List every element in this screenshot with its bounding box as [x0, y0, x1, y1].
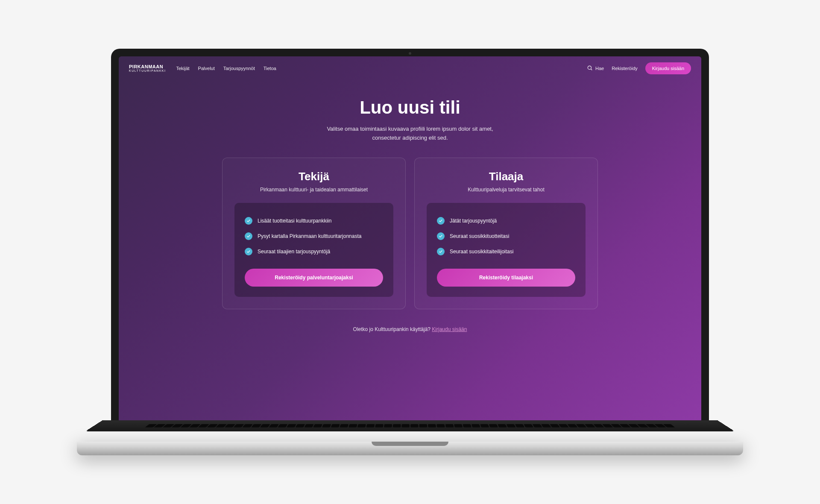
card-box-tilaaja: Jätät tarjouspyyntöjä Seuraat suosikkitu… [427, 203, 586, 297]
register-provider-button[interactable]: Rekisteröidy palveluntarjoajaksi [245, 269, 383, 287]
check-icon [437, 217, 445, 225]
card-title-tilaaja: Tilaaja [427, 170, 586, 183]
main-content: Luo uusi tili Valitse omaa toimintaasi k… [119, 80, 701, 421]
nav-item-tietoa[interactable]: Tietoa [264, 66, 276, 71]
feature-item: Lisäät tuotteitasi kulttuurpankkiin [245, 213, 383, 229]
logo[interactable]: PIRKANMAAN KULTTUURIPANKKI [129, 64, 166, 73]
search-label: Hae [595, 66, 604, 71]
feature-item: Seuraat tilaajien tarjouspyyntöjä [245, 244, 383, 259]
card-box-tekija: Lisäät tuotteitasi kulttuurpankkiin Pysy… [234, 203, 393, 297]
app-header: PIRKANMAAN KULTTUURIPANKKI Tekijät Palve… [119, 56, 701, 80]
register-link[interactable]: Rekisteröidy [612, 66, 638, 71]
card-tekija: Tekijä Pirkanmaan kulttuuri- ja taideala… [222, 158, 406, 309]
svg-point-0 [588, 66, 591, 69]
feature-list-tekija: Lisäät tuotteitasi kulttuurpankkiin Pysy… [245, 213, 383, 259]
feature-text: Jätät tarjouspyyntöjä [450, 218, 497, 224]
search-icon [587, 65, 593, 72]
feature-item: Seuraat suosikkitaiteilijoitasi [437, 244, 575, 259]
footer-login-link[interactable]: Kirjaudu sisään [432, 326, 467, 332]
svg-line-1 [591, 69, 592, 70]
feature-item: Jätät tarjouspyyntöjä [437, 213, 575, 229]
feature-list-tilaaja: Jätät tarjouspyyntöjä Seuraat suosikkitu… [437, 213, 575, 259]
app-container: PIRKANMAAN KULTTUURIPANKKI Tekijät Palve… [119, 56, 701, 421]
logo-main: PIRKANMAAN [129, 64, 166, 69]
check-icon [245, 232, 252, 240]
laptop-screen-bezel: PIRKANMAAN KULTTUURIPANKKI Tekijät Palve… [111, 49, 709, 421]
check-icon [437, 232, 445, 240]
main-nav: Tekijät Palvelut Tarjouspyynnöt Tietoa [176, 66, 276, 71]
screen-content: PIRKANMAAN KULTTUURIPANKKI Tekijät Palve… [119, 56, 701, 421]
page-subtitle: Valitse omaa toimintaasi kuvaava profiil… [316, 125, 504, 143]
feature-text: Lisäät tuotteitasi kulttuurpankkiin [258, 218, 331, 224]
check-icon [245, 217, 252, 225]
feature-text: Seuraat tilaajien tarjouspyyntöjä [258, 249, 330, 255]
check-icon [437, 248, 445, 255]
feature-text: Pysyt kartalla Pirkanmaan kulttuuritarjo… [258, 233, 361, 239]
feature-item: Seuraat suosikkituotteitasi [437, 229, 575, 244]
card-tilaaja: Tilaaja Kulttuuripalveluja tarvitsevat t… [414, 158, 598, 309]
feature-item: Pysyt kartalla Pirkanmaan kulttuuritarjo… [245, 229, 383, 244]
login-button[interactable]: Kirjaudu sisään [645, 62, 691, 74]
cards-container: Tekijä Pirkanmaan kulttuuri- ja taideala… [222, 158, 598, 309]
nav-item-tarjouspyynnot[interactable]: Tarjouspyynnöt [223, 66, 255, 71]
register-customer-button[interactable]: Rekisteröidy tilaajaksi [437, 269, 575, 287]
header-right: Hae Rekisteröidy Kirjaudu sisään [587, 62, 691, 74]
card-subtitle-tilaaja: Kulttuuripalveluja tarvitsevat tahot [427, 187, 586, 193]
card-subtitle-tekija: Pirkanmaan kulttuuri- ja taidealan ammat… [234, 187, 393, 193]
feature-text: Seuraat suosikkituotteitasi [450, 233, 509, 239]
header-left: PIRKANMAAN KULTTUURIPANKKI Tekijät Palve… [129, 64, 276, 73]
logo-sub: KULTTUURIPANKKI [129, 69, 166, 73]
footer-text-label: Oletko jo Kulttuuripankin käyttäjä? [353, 326, 432, 332]
nav-item-palvelut[interactable]: Palvelut [198, 66, 215, 71]
page-title: Luo uusi tili [360, 97, 460, 118]
laptop-keyboard [85, 420, 735, 431]
feature-text: Seuraat suosikkitaiteilijoitasi [450, 249, 513, 255]
search-link[interactable]: Hae [587, 65, 604, 72]
check-icon [245, 248, 252, 255]
footer-text: Oletko jo Kulttuuripankin käyttäjä? Kirj… [353, 326, 467, 332]
laptop-base [77, 442, 743, 455]
laptop-mockup: PIRKANMAAN KULTTUURIPANKKI Tekijät Palve… [111, 49, 709, 456]
card-title-tekija: Tekijä [234, 170, 393, 183]
nav-item-tekijat[interactable]: Tekijät [176, 66, 189, 71]
